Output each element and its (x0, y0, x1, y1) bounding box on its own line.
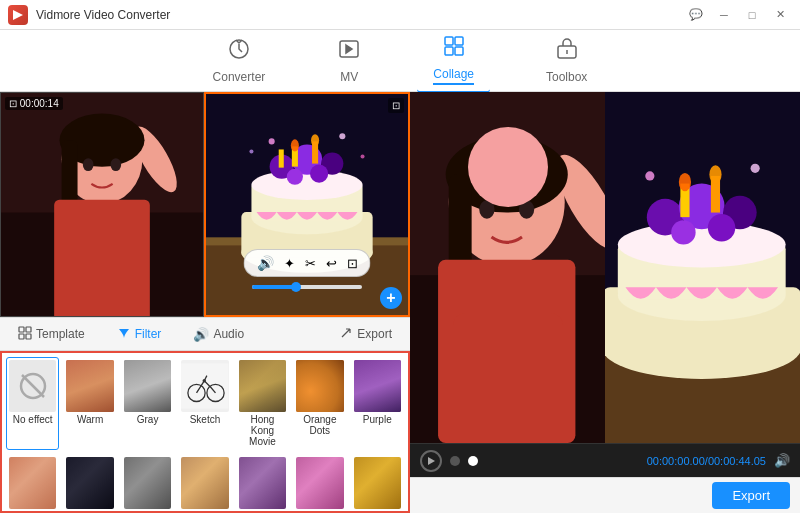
nav-toolbox[interactable]: Toolbox (530, 31, 603, 90)
title-bar: Vidmore Video Converter 💬 ─ □ ✕ (0, 0, 800, 30)
tab-template-label: Template (36, 327, 85, 341)
filter-warm-label: Warm (77, 414, 103, 425)
video-timestamp-1: ⊡ 00:00:14 (5, 97, 63, 110)
filter-no-effect[interactable]: No effect (6, 357, 59, 450)
left-panel: ⊡ 00:00:14 (0, 92, 410, 513)
mv-icon (337, 37, 361, 66)
nav-converter[interactable]: Converter (197, 31, 282, 90)
svg-rect-4 (455, 37, 463, 45)
tab-export[interactable]: Export (331, 322, 400, 347)
svg-rect-6 (455, 47, 463, 55)
filter-no-effect-label: No effect (13, 414, 53, 425)
svg-point-70 (671, 220, 695, 244)
cake-video-bg (206, 94, 408, 315)
play-button[interactable] (420, 450, 442, 472)
tab-audio-label: Audio (213, 327, 244, 341)
filter-orange-dots[interactable]: Orange Dots (293, 357, 346, 450)
svg-rect-14 (62, 140, 78, 204)
svg-rect-37 (279, 149, 284, 167)
svg-point-71 (708, 214, 735, 241)
toolbox-icon (555, 37, 579, 66)
play-icon (426, 456, 436, 466)
filter-grid: No effect Warm Gray (0, 351, 410, 513)
volume-fill (252, 285, 296, 289)
nav-mv[interactable]: MV (321, 31, 377, 90)
collage-icon (442, 34, 466, 63)
filter-gray[interactable]: Gray (121, 357, 174, 450)
export-area: Export (410, 477, 800, 513)
preview-volume-icon[interactable]: 🔊 (774, 453, 790, 468)
svg-rect-42 (19, 334, 24, 339)
progress-dot-2[interactable] (468, 456, 478, 466)
tab-export-label: Export (357, 327, 392, 341)
toolbox-label: Toolbox (546, 70, 587, 84)
girl-video-bg (1, 93, 203, 316)
chat-button[interactable]: 💬 (684, 5, 708, 25)
filter-orange-label: Orange Dots (296, 414, 343, 436)
svg-rect-40 (19, 327, 24, 332)
svg-marker-78 (428, 457, 435, 465)
svg-point-72 (645, 171, 654, 180)
slot2-icon: ⊡ (388, 98, 404, 113)
preview-area (410, 92, 800, 443)
ctrl-volume[interactable]: 🔊 (257, 255, 274, 271)
filter-icon (117, 326, 131, 343)
export-icon (339, 326, 353, 343)
filter-row-2 (6, 454, 404, 513)
minimize-button[interactable]: ─ (712, 5, 736, 25)
export-button[interactable]: Export (712, 482, 790, 509)
controls-overlay: 🔊 ✦ ✂ ↩ ⊡ (244, 249, 371, 277)
video-slot-1[interactable]: ⊡ 00:00:14 (0, 92, 204, 317)
ctrl-scissors[interactable]: ✂ (305, 256, 316, 271)
right-panel: 00:00:00.00/00:00:44.05 🔊 Export (410, 92, 800, 513)
tab-bar: Template Filter 🔊 Audio (0, 317, 410, 351)
svg-point-58 (519, 200, 534, 218)
svg-point-30 (310, 165, 328, 183)
progress-dot-1[interactable] (450, 456, 460, 466)
filter-purple[interactable]: Purple (351, 357, 404, 450)
filter-r2-6[interactable] (293, 454, 346, 513)
svg-point-73 (751, 164, 760, 173)
ctrl-undo[interactable]: ↩ (326, 256, 337, 271)
svg-rect-56 (438, 260, 575, 443)
svg-point-16 (83, 158, 94, 171)
tab-filter[interactable]: Filter (109, 322, 170, 347)
nav-collage[interactable]: Collage (417, 28, 490, 93)
filter-r2-5[interactable] (236, 454, 289, 513)
filter-r2-1[interactable] (6, 454, 59, 513)
maximize-button[interactable]: □ (740, 5, 764, 25)
ctrl-star[interactable]: ✦ (284, 256, 295, 271)
preview-cake-svg (605, 92, 800, 443)
svg-point-49 (203, 379, 206, 382)
volume-handle[interactable] (291, 282, 301, 292)
ctrl-crop[interactable]: ⊡ (347, 256, 358, 271)
close-button[interactable]: ✕ (768, 5, 792, 25)
window-controls: 💬 ─ □ ✕ (684, 5, 792, 25)
tab-template[interactable]: Template (10, 322, 93, 347)
svg-point-38 (291, 139, 299, 151)
audio-icon: 🔊 (193, 327, 209, 342)
filter-sketch[interactable]: Sketch (178, 357, 231, 450)
svg-point-33 (361, 155, 365, 159)
filter-r2-4[interactable] (178, 454, 231, 513)
filter-r2-2[interactable] (63, 454, 116, 513)
add-video-button[interactable]: + (380, 287, 402, 309)
main-area: ⊡ 00:00:14 (0, 92, 800, 513)
tab-audio[interactable]: 🔊 Audio (185, 323, 252, 346)
filter-r2-3[interactable] (121, 454, 174, 513)
template-icon (18, 326, 32, 343)
filter-warm[interactable]: Warm (63, 357, 116, 450)
no-effect-circle-icon (17, 370, 49, 402)
filter-r2-7[interactable] (351, 454, 404, 513)
time-display: 00:00:00.00/00:00:44.05 (647, 455, 766, 467)
time-total: 00:00:44.05 (708, 455, 766, 467)
svg-rect-43 (26, 334, 31, 339)
volume-bar-container (252, 285, 362, 289)
filter-hongkong[interactable]: Hong Kong Movie (236, 357, 289, 450)
preview-girl-svg (410, 92, 605, 443)
nav-bar: Converter MV Collage (0, 30, 800, 92)
video-slot-2[interactable]: ⊡ 🔊 ✦ ✂ ↩ ⊡ + (204, 92, 410, 317)
svg-rect-3 (445, 37, 453, 45)
filter-purple-label: Purple (363, 414, 392, 425)
svg-point-32 (339, 133, 345, 139)
